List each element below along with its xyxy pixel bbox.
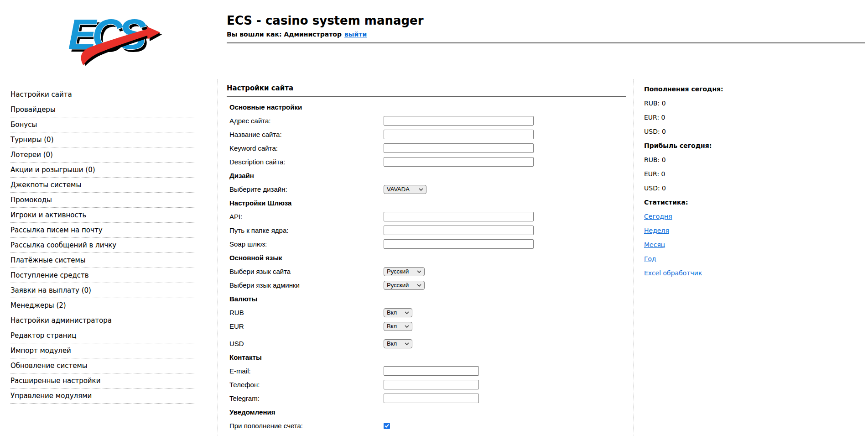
site-settings-form: Основные настройкиАдрес сайта:Название с… (229, 102, 634, 431)
field-label: EUR (229, 322, 384, 330)
core-folder-path-input[interactable] (384, 226, 534, 235)
chevron-down-icon (405, 325, 409, 328)
telegram-input[interactable] (384, 394, 479, 403)
api-input[interactable] (384, 212, 534, 221)
chevron-down-icon (417, 284, 421, 287)
sidebar-item[interactable]: Настройки администратора (10, 313, 195, 328)
section-currencies: Валюты (229, 294, 634, 304)
field-label: Keyword сайта: (229, 144, 384, 152)
sidebar-item[interactable]: Платёжные системы (10, 253, 195, 268)
site-language-select[interactable]: Русский (384, 267, 425, 276)
stats-value: USD: 0 (644, 184, 868, 193)
sidebar-item[interactable]: Поступление средств (10, 268, 195, 283)
sidebar-item[interactable]: Менеджеры (2) (10, 298, 195, 313)
site-description-input[interactable] (384, 157, 534, 167)
field-label: Description сайта: (229, 158, 384, 166)
sidebar-item[interactable]: Джекпоты системы (10, 178, 195, 193)
site-address-input[interactable] (384, 116, 534, 126)
field-label: Адрес сайта: (229, 117, 384, 125)
settings-panel: Настройки сайта Основные настройкиАдрес … (218, 79, 634, 436)
checkmark-icon (385, 424, 389, 428)
sidebar-item[interactable]: Турниры (0) (10, 132, 195, 147)
sidebar-menu: Настройки сайтаПровайдерыБонусыТурниры (… (10, 87, 195, 404)
sidebar-item[interactable]: Провайдеры (10, 102, 195, 117)
field-label: RUB (229, 309, 384, 316)
section-language: Основной язык (229, 253, 634, 263)
field-label: USD (229, 340, 384, 347)
stats-value: EUR: 0 (644, 113, 868, 122)
main-layout: Настройки сайтаПровайдерыБонусыТурниры (… (0, 79, 868, 436)
sidebar-item[interactable]: Лотереи (0) (10, 147, 195, 163)
email-input[interactable] (384, 366, 479, 376)
stats-value: EUR: 0 (644, 169, 868, 179)
stats-section-title: Пополнения сегодня: (644, 84, 868, 94)
chevron-down-icon (419, 188, 423, 191)
sidebar-item[interactable]: Настройки сайта (10, 87, 195, 102)
field-label: Название сайта: (229, 131, 384, 138)
chevron-down-icon (405, 311, 409, 314)
field-label: Выберите дизайн: (229, 185, 384, 193)
login-status-label: Вы вошли как: Администратор (227, 31, 342, 38)
stats-link[interactable]: Excel обработчик (644, 269, 702, 277)
logout-link[interactable]: выйти (344, 31, 367, 38)
sidebar-item[interactable]: Промокоды (10, 193, 195, 208)
sidebar-item[interactable]: Бонусы (10, 117, 195, 132)
field-label: При пополнение счета: (229, 422, 384, 430)
usd-select[interactable]: Вкл (384, 339, 412, 348)
field-label: Soap шлюз: (229, 240, 384, 248)
design-select[interactable]: VAVADA (384, 185, 426, 194)
chevron-down-icon (405, 342, 409, 345)
sidebar-item[interactable]: Управление модулями (10, 389, 195, 404)
rub-select[interactable]: Вкл (384, 308, 412, 317)
field-label: Путь к папке ядра: (229, 226, 384, 234)
sidebar-item[interactable]: Импорт модулей (10, 343, 195, 358)
deposit-notification-checkbox[interactable] (384, 423, 390, 429)
sidebar-item[interactable]: Расширенные настройки (10, 373, 195, 389)
field-label: Telegram: (229, 394, 384, 402)
sidebar-item[interactable]: Обновление системы (10, 358, 195, 373)
field-label: E-mail: (229, 367, 384, 375)
field-label: Выбери язык админки (229, 281, 384, 289)
page-title: ECS - casino system manager (227, 13, 865, 28)
select-value: Вкл (387, 340, 397, 347)
field-label: API: (229, 213, 384, 221)
sidebar: Настройки сайтаПровайдерыБонусыТурниры (… (0, 79, 218, 436)
sidebar-item[interactable]: Заявки на выплату (0) (10, 283, 195, 298)
stats-link[interactable]: Год (644, 255, 656, 263)
stats-section-title: Статистика: (644, 198, 868, 207)
admin-language-select[interactable]: Русский (384, 281, 425, 290)
section-design: Дизайн (229, 171, 634, 180)
select-value: Русский (387, 282, 409, 289)
sidebar-item[interactable]: Рассылка писем на почту (10, 223, 195, 238)
eur-select[interactable]: Вкл (384, 322, 412, 331)
select-value: VAVADA (387, 186, 410, 193)
field-label: Телефон: (229, 381, 384, 389)
stats-link[interactable]: Сегодня (644, 213, 672, 220)
select-value: Вкл (387, 323, 397, 330)
sidebar-item[interactable]: Акции и розыгрыши (0) (10, 163, 195, 178)
stats-link[interactable]: Неделя (644, 227, 669, 234)
section-contacts: Контакты (229, 352, 634, 362)
chevron-down-icon (417, 270, 421, 273)
stats-value: RUB: 0 (644, 99, 868, 108)
phone-input[interactable] (384, 380, 479, 389)
sidebar-item[interactable]: Игроки и активность (10, 208, 195, 223)
header-divider (227, 42, 865, 43)
site-keyword-input[interactable] (384, 143, 534, 153)
stats-value: RUB: 0 (644, 155, 868, 164)
ecs-logo: ECS ECS (64, 6, 162, 68)
soap-gateway-input[interactable] (384, 239, 534, 249)
page-header: ECS ECS ECS - casino system manager Вы в… (0, 0, 868, 79)
select-value: Русский (387, 268, 409, 275)
sidebar-item[interactable]: Редактор страниц (10, 328, 195, 343)
stats-sidebar: Пополнения сегодня:RUB: 0EUR: 0USD: 0При… (634, 79, 868, 436)
field-label: Выбери язык сайта (229, 268, 384, 275)
site-name-input[interactable] (384, 130, 534, 139)
section-main-settings: Основные настройки (229, 102, 634, 112)
stats-value: USD: 0 (644, 127, 868, 136)
sidebar-item[interactable]: Рассылка сообщений в личку (10, 238, 195, 253)
section-gateway: Настройки Шлюза (229, 198, 634, 208)
stats-link[interactable]: Месяц (644, 241, 665, 248)
panel-title: Настройки сайта (227, 84, 626, 97)
section-notifications: Уведомления (229, 407, 634, 417)
